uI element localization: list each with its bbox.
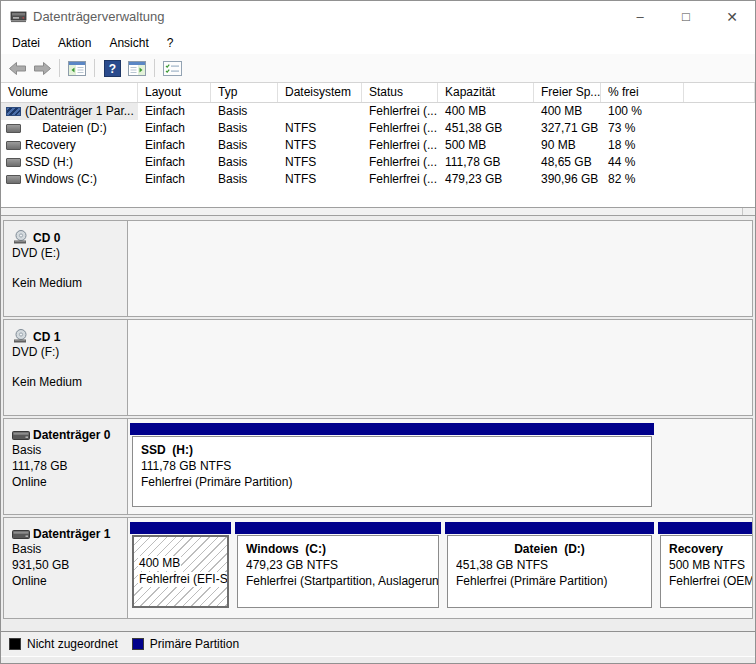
disk-icon [12,530,30,539]
back-arrow-icon [8,61,27,76]
volume-typ: Basis [211,154,278,171]
column-header-status[interactable]: Status [362,83,438,102]
toolbar-separator [94,59,95,77]
volume-row[interactable]: SSD (H:) Einfach Basis NTFS Fehlerfrei (… [1,154,755,171]
menu-item-datei[interactable]: Datei [3,34,49,52]
volume-kapazitaet: 500 MB [438,137,534,154]
menu-item-aktion[interactable]: Aktion [49,34,100,52]
volume-row[interactable]: Recovery Einfach Basis NTFS Fehlerfrei (… [1,137,755,154]
volume-row[interactable]: Windows (C:) Einfach Basis NTFS Fehlerfr… [1,171,755,188]
volume-name: SSD (H:) [25,154,73,171]
column-header-typ[interactable]: Typ [211,83,278,102]
partition-windows[interactable]: Windows (C:) 479,23 GB NTFS Fehlerfrei (… [235,522,441,608]
volume-freier-speicher: 390,96 GB [534,171,601,188]
volume-layout: Einfach [138,137,211,154]
column-header-dateisystem[interactable]: Dateisystem [278,83,362,102]
volume-typ: Basis [211,137,278,154]
partition-size: 500 MB NTFS [669,557,752,573]
volume-name: Dateien (D:) [25,120,124,137]
legend-label: Primäre Partition [150,637,239,651]
volume-status: Fehlerfrei (... [362,154,438,171]
primary-partition-color-swatch [132,638,144,650]
legend-item-unallocated: Nicht zugeordnet [9,637,118,651]
volume-prozent-frei: 82 % [601,171,684,188]
properties-button[interactable] [161,57,183,79]
column-header-prozent-frei[interactable]: % frei [601,83,684,102]
cd-drive-row[interactable]: CD 0 DVD (E:) Kein Medium [3,220,753,317]
scrollbar-grip [742,208,753,215]
disk-partitions-area: 400 MB Fehlerfrei (EFI-S Windows (C:) 47… [128,518,752,618]
volume-dateisystem: NTFS [278,137,362,154]
column-header-volume[interactable]: Volume [1,83,138,102]
console-tree-icon [68,61,86,76]
partition-color-bar [130,423,654,435]
show-action-pane-button[interactable] [126,57,148,79]
cd-media-status: Kein Medium [12,374,123,390]
back-button[interactable] [6,57,28,79]
column-header-layout[interactable]: Layout [138,83,211,102]
volume-name: (Datenträger 1 Par... [25,103,134,120]
disk-name: Datenträger 0 [33,428,110,442]
partition-efi[interactable]: 400 MB Fehlerfrei (EFI-S [130,522,231,608]
volume-layout: Einfach [138,120,211,137]
volume-kapazitaet: 451,38 GB [438,120,534,137]
partition-dateien[interactable]: Dateien (D:) 451,38 GB NTFS Fehlerfrei (… [445,522,654,608]
volume-row[interactable]: (Datenträger 1 Par... Einfach Basis Fehl… [1,103,755,120]
volume-typ: Basis [211,171,278,188]
column-header-freier-speicher[interactable]: Freier Sp... [534,83,601,102]
volume-prozent-frei: 44 % [601,154,684,171]
volume-row[interactable]: Dateien (D:) Einfach Basis NTFS Fehlerfr… [1,120,755,137]
disk-label[interactable]: Datenträger 0 Basis 111,78 GB Online [4,419,128,514]
partition-status: Fehlerfrei (EFI-S [138,572,227,587]
cd-drive-label[interactable]: CD 0 DVD (E:) Kein Medium [4,221,128,316]
volume-icon [6,124,21,133]
toolbar-separator [154,59,155,77]
cd-drive-row[interactable]: CD 1 DVD (F:) Kein Medium [3,319,753,416]
forward-button[interactable] [31,57,53,79]
partition-status: Fehlerfrei (Primäre Partition) [456,573,651,589]
partition-color-bar [445,522,654,534]
partition-color-bar [235,522,441,534]
volume-layout: Einfach [138,103,211,120]
menu-item-ansicht[interactable]: Ansicht [100,34,157,52]
help-button[interactable]: ? [101,57,123,79]
volume-status: Fehlerfrei (... [362,171,438,188]
maximize-button[interactable]: □ [663,1,709,32]
volume-icon [6,158,21,167]
volume-prozent-frei: 18 % [601,137,684,154]
volume-typ: Basis [211,103,278,120]
menu-item-hilfe[interactable]: ? [158,34,183,52]
partition-color-bar [658,522,752,534]
volume-prozent-frei: 73 % [601,120,684,137]
cd-drive-area [128,320,752,415]
disk-type: Basis [12,442,123,458]
checklist-icon [163,61,182,76]
close-button[interactable]: ✕ [709,1,755,32]
show-console-tree-button[interactable] [66,57,88,79]
partition-size: 111,78 GB NTFS [141,458,651,474]
horizontal-scrollbar[interactable] [1,207,755,216]
volume-dateisystem [278,103,362,120]
partition-ssd[interactable]: SSD (H:) 111,78 GB NTFS Fehlerfrei (Prim… [130,423,654,507]
cd-drive-label[interactable]: CD 1 DVD (F:) Kein Medium [4,320,128,415]
disk-drive-icon [10,9,27,24]
disk-label[interactable]: Datenträger 1 Basis 931,50 GB Online [4,518,128,618]
column-header-empty [684,83,755,102]
volume-icon [6,175,21,184]
volume-list-header: Volume Layout Typ Dateisystem Status Kap… [1,83,755,103]
volume-layout: Einfach [138,171,211,188]
partition-name: Recovery [669,541,752,557]
column-header-kapazitaet[interactable]: Kapazität [438,83,534,102]
window-bottom-edge [1,657,755,663]
partition-size: 451,38 GB NTFS [456,557,651,573]
forward-arrow-icon [33,61,52,76]
partition-name: SSD (H:) [141,442,651,458]
minimize-button[interactable]: – [617,1,663,32]
disk-name: Datenträger 1 [33,527,110,541]
legend-item-primary-partition: Primäre Partition [132,637,239,651]
disk-management-window: Datenträgerverwaltung – □ ✕ Datei Aktion… [0,0,756,664]
partition-status: Fehlerfrei (Startpartition, Auslagerung [246,573,438,589]
volume-kapazitaet: 479,23 GB [438,171,534,188]
volume-kapazitaet: 111,78 GB [438,154,534,171]
partition-recovery[interactable]: Recovery 500 MB NTFS Fehlerfrei (OEM- [658,522,752,608]
